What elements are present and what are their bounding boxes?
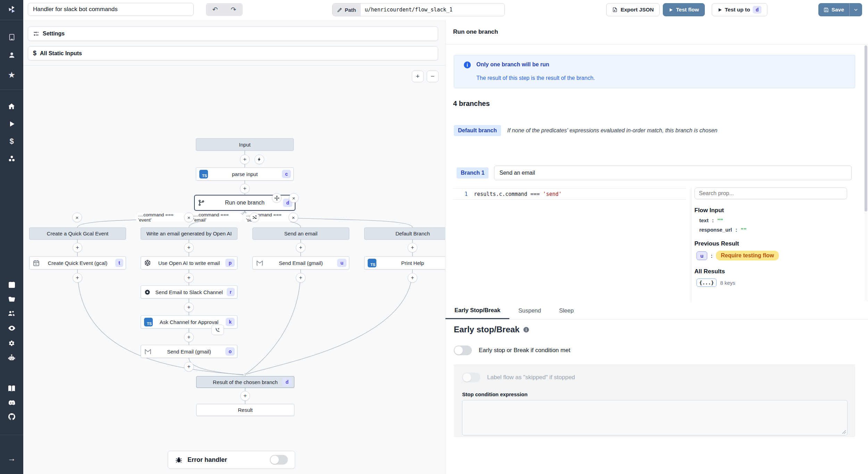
branch1-summary-input[interactable] (494, 166, 852, 180)
node-label: Create Quick Event (gcal) (48, 260, 108, 266)
previous-result-row[interactable]: u : Require testing flow (696, 251, 850, 260)
path-label: Path (345, 7, 356, 13)
add-step-button[interactable]: + (184, 302, 194, 312)
resources-cubes-icon[interactable] (0, 152, 23, 166)
save-button[interactable]: Save (818, 3, 850, 16)
prop-key: response_url (699, 227, 732, 233)
sidebar: ★ $ → (0, 0, 23, 474)
node-result[interactable]: Result (196, 404, 294, 416)
node-create-quick-event[interactable]: 31 Create Quick Event (gcal) t (29, 256, 126, 269)
tab-sleep[interactable]: Sleep (550, 302, 583, 319)
node-result-chosen-branch[interactable]: Result of the chosen branch d (196, 376, 294, 388)
node-send-email-gmail-o[interactable]: Send Email (gmail) o (141, 345, 237, 358)
node-use-openai[interactable]: Use Open AI to write email p (141, 256, 237, 269)
path-input[interactable] (361, 3, 504, 16)
ai-robot-icon[interactable] (0, 351, 23, 365)
path-button[interactable]: Path (333, 3, 361, 16)
add-step-button[interactable]: + (296, 243, 306, 252)
add-step-button[interactable]: + (184, 243, 194, 252)
runs-play-icon[interactable] (0, 117, 23, 131)
discord-icon[interactable] (0, 396, 23, 410)
audit-eye-icon[interactable] (0, 321, 23, 335)
early-stop-toggle[interactable] (454, 346, 472, 355)
favorites-star-icon[interactable]: ★ (0, 68, 23, 82)
gmail-icon (256, 259, 264, 267)
groups-users-icon[interactable] (0, 306, 23, 320)
tab-early-stop-break[interactable]: Early Stop/Break (445, 302, 509, 319)
add-step-button[interactable]: + (73, 243, 82, 252)
error-handler-row[interactable]: Error handler (168, 451, 295, 469)
branch2-header[interactable]: Write an email generated by Open AI (141, 227, 237, 240)
branch-predicate-email[interactable]: ....command === 'email' (191, 213, 243, 222)
add-step-button[interactable]: + (240, 155, 250, 164)
node-input[interactable]: Input (196, 138, 294, 151)
tab-suspend[interactable]: Suspend (509, 302, 550, 319)
home-icon[interactable] (0, 99, 23, 113)
add-step-button[interactable]: + (408, 273, 417, 283)
workspace-icon[interactable] (0, 30, 23, 44)
variables-dollar-icon[interactable]: $ (0, 134, 23, 148)
add-step-button[interactable]: + (184, 362, 194, 372)
flow-title-input[interactable] (28, 3, 194, 16)
add-step-button[interactable]: + (240, 184, 250, 193)
add-step-button[interactable]: + (408, 243, 417, 252)
branch3-header[interactable]: Send an email (252, 227, 349, 240)
branch-predicate-event[interactable]: ....command === 'event' (135, 213, 187, 222)
resize-handle-icon[interactable] (842, 430, 846, 434)
export-json-button[interactable]: Export JSON (606, 3, 660, 16)
branch4-header[interactable]: Default Branch (364, 227, 445, 240)
predicate-code-editor[interactable]: 1 results.c.command === 'send' (453, 188, 686, 301)
add-step-button[interactable]: + (296, 273, 306, 283)
delete-branch-icon[interactable]: × (184, 213, 194, 222)
test-up-to-button[interactable]: Test up to d (712, 3, 767, 16)
node-label: Write an email generated by Open AI (147, 231, 232, 236)
default-branch-badge[interactable]: Default branch (454, 125, 501, 136)
prop-row-response-url[interactable]: response_url : "" (699, 227, 850, 233)
all-results-row[interactable]: {...} 8 keys (696, 278, 850, 287)
add-branch-icon[interactable] (250, 213, 259, 222)
windmill-logo-icon[interactable] (0, 3, 23, 17)
delete-branch-icon[interactable]: × (72, 213, 82, 222)
suspend-approval-icon[interactable] (211, 325, 224, 335)
node-label: Input (239, 142, 250, 148)
gmail-icon (144, 348, 152, 355)
delete-step-icon[interactable]: × (289, 193, 299, 203)
folders-icon[interactable] (0, 292, 23, 306)
move-step-icon[interactable] (272, 193, 282, 203)
collapse-arrow-icon[interactable]: → (0, 451, 23, 465)
branch1-header[interactable]: Create a Quick Gcal Event (29, 227, 126, 240)
add-step-button[interactable]: + (184, 332, 194, 342)
info-icon (523, 326, 529, 333)
add-step-button[interactable]: + (240, 391, 250, 401)
add-step-button[interactable]: + (184, 273, 194, 283)
branch1-badge[interactable]: Branch 1 (457, 167, 489, 178)
save-dropdown-button[interactable] (850, 3, 862, 16)
scrollbar-thumb[interactable] (865, 45, 867, 211)
skipped-toggle[interactable] (462, 373, 480, 382)
add-step-button[interactable]: + (73, 273, 82, 283)
node-send-email-gmail-u[interactable]: Send Email (gmail) u (252, 256, 349, 269)
panel-scrollbar[interactable] (864, 45, 868, 301)
stop-condition-textarea[interactable] (462, 400, 848, 435)
undo-icon[interactable]: ↶ (212, 6, 218, 13)
github-icon[interactable] (0, 410, 23, 424)
settings-gear-icon[interactable] (0, 336, 23, 350)
trigger-bolt-icon[interactable] (254, 155, 264, 164)
node-parse-input[interactable]: TS parse input c (196, 167, 294, 181)
prop-colon: : (712, 217, 714, 223)
node-send-email-slack[interactable]: Send Email to Slack Channel r (141, 285, 237, 299)
typescript-icon: TS (368, 259, 376, 267)
prop-row-text[interactable]: text : "" (699, 217, 850, 223)
redo-icon[interactable]: ↷ (231, 6, 236, 13)
docs-book-icon[interactable] (0, 381, 23, 395)
delete-branch-icon[interactable]: × (289, 213, 298, 222)
test-flow-button[interactable]: Test flow (663, 3, 705, 16)
stop-condition-section: Label flow as "skipped" if stopped Stop … (454, 364, 855, 437)
step-id-badge: u (337, 259, 347, 267)
node-print-help[interactable]: TS Print Help (364, 256, 445, 269)
object-badge: {...} (696, 278, 717, 287)
error-handler-toggle[interactable] (270, 455, 288, 465)
user-icon[interactable] (0, 48, 23, 62)
search-prop-input[interactable] (694, 188, 847, 199)
schedules-calendar-icon[interactable] (0, 278, 23, 292)
